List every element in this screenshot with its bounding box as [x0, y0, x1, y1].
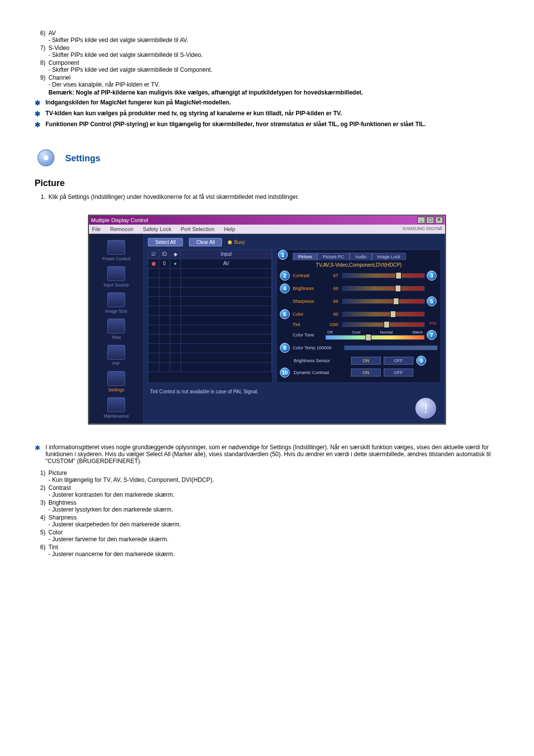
- list-item: 1) Picture- Kun tilgængelig for TV, AV, …: [35, 470, 499, 483]
- list-item: 6) AV - Skifter PIPs kilde ved det valgt…: [35, 30, 499, 44]
- picture-settings-list: 1) Picture- Kun tilgængelig for TV, AV, …: [35, 470, 499, 558]
- menu-bar: File Remocon Safety Lock Port Selection …: [89, 225, 445, 234]
- color-slider[interactable]: [342, 312, 425, 317]
- window-titlebar: Multiple Display Control _ ▢ ✕: [89, 216, 445, 225]
- tint-slider[interactable]: [342, 322, 425, 327]
- item-title: AV: [48, 30, 499, 37]
- contrast-row: 2 Contrast 67 3: [280, 271, 438, 281]
- star-icon: ✱: [35, 110, 45, 118]
- star-icon: ✱: [35, 121, 45, 129]
- minimize-icon[interactable]: _: [417, 217, 425, 224]
- settings-gear-icon: [35, 148, 58, 168]
- sidebar-item-power[interactable]: Power Control: [89, 237, 143, 263]
- sub-title-picture: Picture: [35, 178, 499, 189]
- contrast-slider[interactable]: [342, 273, 425, 278]
- brightness-row: 4 Brightness 68: [280, 284, 438, 293]
- note-line: ✱ Indgangskilden for MagicNet fungerer k…: [35, 99, 499, 107]
- tab-audio[interactable]: Audio: [350, 253, 372, 260]
- callout-1-icon: 1: [278, 250, 288, 260]
- list-item: 6) Tint- Justerer nuancerne for den mark…: [35, 544, 499, 558]
- list-item: 3) Brightness- Justerer lysstyrken for d…: [35, 499, 499, 513]
- tab-image-lock[interactable]: Image Lock: [372, 253, 406, 260]
- tab-picture[interactable]: Picture: [293, 253, 317, 260]
- callout-4-icon: 4: [280, 284, 290, 293]
- app-screenshot: Multiple Display Control _ ▢ ✕ File Remo…: [89, 215, 445, 424]
- color-tone-row: Color Tone Off Cool Normal Warm 7: [280, 330, 438, 340]
- color-temp-slider[interactable]: [344, 345, 438, 350]
- color-tone-slider[interactable]: [325, 335, 425, 340]
- close-icon[interactable]: ✕: [435, 217, 443, 224]
- callout-5-icon: 5: [427, 296, 437, 306]
- item-number: 6): [35, 30, 48, 44]
- star-icon: ✱: [35, 99, 45, 107]
- footnote-text: Tint Control is not available in case of…: [148, 383, 441, 394]
- window-title: Multiple Display Control: [91, 217, 148, 223]
- intro-line: 1. Klik på Settings (Indstillinger) unde…: [35, 193, 499, 200]
- busy-icon: [228, 240, 232, 244]
- note-line: ✱ Funktionen PIP Control (PIP-styring) e…: [35, 121, 499, 129]
- section-header: Settings: [35, 148, 499, 168]
- select-all-button[interactable]: Select All: [148, 238, 183, 246]
- brightness-sensor-on-button[interactable]: ON: [351, 357, 381, 365]
- callout-8-icon: 8: [280, 343, 290, 353]
- menu-remocon[interactable]: Remocon: [110, 226, 134, 232]
- display-table[interactable]: ☑ ID ◆ Input ▣ 0 ● AV: [148, 249, 272, 383]
- brand-label: SAMSUNG DIGITall: [402, 226, 442, 232]
- brightness-sensor-off-button[interactable]: OFF: [384, 357, 413, 365]
- alert-icon: !: [415, 398, 436, 419]
- callout-10-icon: 10: [280, 368, 290, 378]
- maximize-icon[interactable]: ▢: [426, 217, 434, 224]
- info-paragraph: ✱ I informationsgitteret vises nogle gru…: [35, 444, 499, 465]
- table-row[interactable]: ▣ 0 ● AV: [148, 259, 272, 269]
- mode-label: TV,AV,S-Video,Component,DVI(HDCP): [280, 262, 438, 268]
- callout-3-icon: 3: [427, 271, 437, 281]
- star-icon: ✱: [35, 444, 45, 465]
- section-title: Settings: [65, 153, 100, 164]
- list-item: 4) Sharpness- Justerer skarpeheden for d…: [35, 514, 499, 528]
- sharpness-slider[interactable]: [342, 299, 425, 304]
- tab-picture-pc[interactable]: Picture PC: [317, 253, 350, 260]
- sharpness-row: Sharpness 68 5: [280, 296, 438, 306]
- callout-7-icon: 7: [427, 330, 437, 340]
- col-status-icon: ◆: [170, 250, 181, 259]
- dynamic-contrast-off-button[interactable]: OFF: [384, 369, 413, 377]
- busy-indicator: Busy: [228, 239, 245, 245]
- list-item: 5) Color- Justerer farverne for den mark…: [35, 529, 499, 543]
- brightness-slider[interactable]: [342, 286, 425, 291]
- sidebar-item-settings[interactable]: Settings: [89, 368, 143, 394]
- menu-safety-lock[interactable]: Safety Lock: [143, 226, 171, 232]
- dynamic-contrast-row: 10 Dynamic Contrast ON OFF: [280, 368, 438, 378]
- list-item: 9) Channel - Der vises kanalpile, når PI…: [35, 74, 499, 88]
- menu-port-selection[interactable]: Port Selection: [180, 226, 214, 232]
- col-input: Input: [181, 250, 272, 259]
- color-row: 6 Color 60: [280, 309, 438, 319]
- menu-help[interactable]: Help: [224, 226, 235, 232]
- sidebar: Power Control Input Source Image Size Ti…: [89, 234, 144, 424]
- pip-source-list: 6) AV - Skifter PIPs kilde ved det valgt…: [35, 30, 499, 96]
- sidebar-item-input[interactable]: Input Source: [89, 263, 143, 289]
- dynamic-contrast-on-button[interactable]: ON: [351, 369, 381, 377]
- callout-9-icon: 9: [416, 356, 426, 366]
- list-item: 2) Contrast- Justerer kontrasten for den…: [35, 484, 499, 498]
- list-item: 8) Component - Skifter PIPs kilde ved de…: [35, 59, 499, 73]
- settings-panel: 1 Picture Picture PC Audio Image Lock TV…: [276, 249, 441, 383]
- brightness-sensor-row: Brightness Sensor ON OFF 9: [280, 356, 438, 366]
- sidebar-item-pip[interactable]: PIP: [89, 342, 143, 368]
- sidebar-item-imagesize[interactable]: Image Size: [89, 289, 143, 316]
- list-item: 7) S-Video - Skifter PIPs kilde ved det …: [35, 45, 499, 58]
- sidebar-item-time[interactable]: Time: [89, 316, 143, 342]
- callout-2-icon: 2: [280, 271, 290, 281]
- callout-6-icon: 6: [280, 309, 290, 319]
- color-temp-row: 8 Color Temp 10000K: [280, 343, 438, 353]
- sidebar-item-maintenance[interactable]: Maintenance: [89, 394, 143, 421]
- tint-row: Tint G50 R50: [280, 322, 438, 327]
- note-line: ✱ TV-kilden kan kun vælges på produkter …: [35, 110, 499, 118]
- tint-r-label: R50: [429, 321, 437, 326]
- remark-line: Bemærk: Nogle af PIP-kilderne kan muligv…: [35, 89, 499, 96]
- menu-file[interactable]: File: [92, 226, 101, 232]
- item-desc: - Skifter PIPs kilde ved det valgte skær…: [48, 37, 499, 44]
- clear-all-button[interactable]: Clear All: [189, 238, 222, 246]
- col-id: ID: [159, 250, 170, 259]
